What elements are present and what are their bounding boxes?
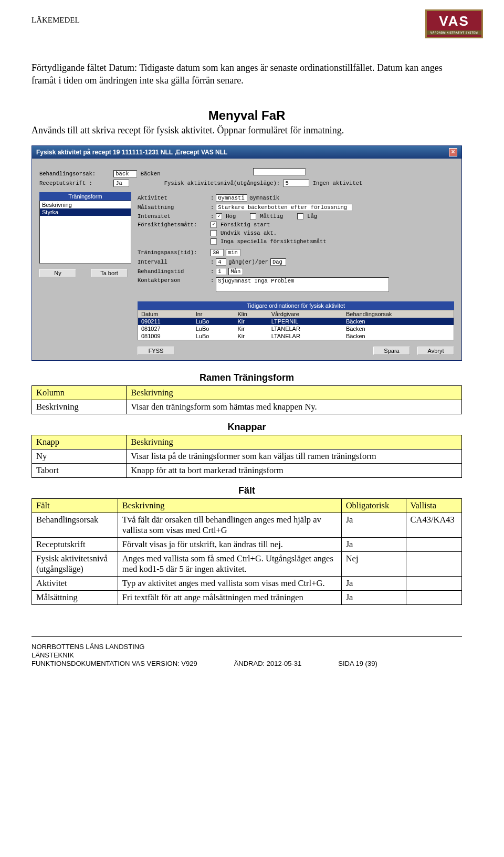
aktivitet-text: Gymnastik xyxy=(249,195,279,201)
ord-col-orsak: Behandlingsorsak xyxy=(343,310,454,318)
ord-col-vardgivare: Vårdgivare xyxy=(268,310,343,318)
ord-col-klin: Klin xyxy=(234,310,268,318)
behandlingsorsak-field[interactable]: bäck xyxy=(113,170,137,177)
intervall-unit-field[interactable]: Dag xyxy=(270,258,286,266)
table-knappar: KnappBeskrivning NyVisar lista på de trä… xyxy=(32,435,462,478)
ordinations-table: Datum Inr Klin Vårdgivare Behandlingsors… xyxy=(138,310,454,340)
ordinations-title: Tidigare ordinationer för fysisk aktivit… xyxy=(138,301,454,310)
behandlingstid-unit-field[interactable]: Mån xyxy=(228,268,243,275)
table3-title: Fält xyxy=(32,485,462,496)
footer-doc-version: FUNKTIONSDOKUMENTATION VAS VERSION: V929 xyxy=(32,660,197,667)
footer-org: NORRBOTTENS LÄNS LANDSTING xyxy=(32,643,377,651)
section-sub: Används till att skriva recept för fysis… xyxy=(32,125,462,136)
traningspass-label: Träningspass(tid): xyxy=(138,249,208,256)
checkbox-fors3[interactable] xyxy=(211,238,217,245)
table1-title: Ramen Träningsform xyxy=(32,372,462,383)
table-falt: Fält Beskrivning Obligatorisk Vallista B… xyxy=(32,498,462,605)
spara-button[interactable]: Spara xyxy=(373,347,410,355)
fors3-label: Inga speciella försiktighetsmått xyxy=(220,238,327,245)
page-footer: NORRBOTTENS LÄNS LANDSTING LÄNSTEKNIK FU… xyxy=(32,636,462,668)
table-row[interactable]: 081009LuBoKirLTANELARBäcken xyxy=(138,332,454,340)
table-row: MålsättningFri textfält för att ange mål… xyxy=(32,590,462,604)
table-row: BeskrivningVisar den träningsform som hä… xyxy=(32,400,462,414)
footer-changed: ÄNDRAD: 2012-05-31 xyxy=(234,660,302,667)
malsattning-label: Målsättning xyxy=(138,204,208,211)
traningsform-list-header: Träningsform xyxy=(39,192,131,201)
traningspass-unit-field[interactable]: min xyxy=(226,249,240,256)
table-row: TabortKnapp för att ta bort markerad trä… xyxy=(32,463,462,477)
intensitet-label: Intensitet xyxy=(138,213,208,220)
behandlingsorsak-text: Bäcken xyxy=(141,171,161,177)
mattlig-label: Måttlig xyxy=(260,213,283,220)
tabort-button[interactable]: Ta bort xyxy=(91,269,128,277)
list-item[interactable]: Beskrivning xyxy=(40,201,131,208)
hog-label: Hög xyxy=(226,213,236,220)
fors1-label: Försiktig start xyxy=(220,222,270,228)
section-title: Menyval FaR xyxy=(32,108,462,123)
intro-paragraph: Förtydligande fältet Datum: Tidigaste da… xyxy=(32,61,462,87)
table-row: AktivitetTyp av aktivitet anges med vall… xyxy=(32,576,462,590)
app-window: Fysisk aktivitet på recept 19 111111-123… xyxy=(32,145,462,361)
kontaktperson-label: Kontaktperson xyxy=(138,277,208,284)
traningsform-list[interactable]: Beskrivning Styrka xyxy=(39,201,131,264)
receptutskrift-label: Receptutskrift : xyxy=(39,180,110,186)
window-title: Fysisk aktivitet på recept 19 111111-123… xyxy=(36,149,227,156)
window-titlebar: Fysisk aktivitet på recept 19 111111-123… xyxy=(32,146,461,159)
page-header-label: LÄKEMEDEL xyxy=(32,16,462,25)
table-row: NyVisar lista på de träningsformer som k… xyxy=(32,449,462,463)
checkbox-lag[interactable] xyxy=(297,213,303,220)
behandlingstid-label: Behandlingstid xyxy=(138,268,208,275)
logo-sub-text: VÅRDADMINISTRATIVT SYSTEM xyxy=(427,30,481,35)
table2-title: Knappar xyxy=(32,422,462,433)
intervall-field[interactable]: 4 xyxy=(216,258,226,266)
receptutskrift-field[interactable]: Ja xyxy=(113,180,129,187)
forsiktighet-label: Försiktighetsmått: xyxy=(138,222,208,228)
fysniva-field[interactable]: 5 xyxy=(283,180,309,187)
aktivitet-field[interactable]: Gymnasti xyxy=(216,194,247,202)
table-row[interactable]: 090211LuBoKirLTPERNILBäcken xyxy=(138,318,454,325)
aktivitet-label: Aktivitet xyxy=(138,195,208,201)
checkbox-hog[interactable]: ✓ xyxy=(216,213,222,220)
close-icon[interactable]: × xyxy=(449,148,457,156)
ord-col-datum: Datum xyxy=(138,310,193,318)
intervall-mid: gång(er)/per xyxy=(228,259,268,265)
table-row[interactable]: 081027LuBoKirLTANELARBäcken xyxy=(138,325,454,332)
behandlingsorsak-label: Behandlingsorsak: xyxy=(39,171,110,177)
footer-page: SIDA 19 (39) xyxy=(338,660,377,667)
intervall-label: Intervall xyxy=(138,259,208,265)
list-item[interactable]: Styrka xyxy=(40,208,131,216)
fysniva-label: Fysisk aktivitetsnivå(utgångsläge): xyxy=(164,180,280,186)
vas-logo: VAS VÅRDADMINISTRATIVT SYSTEM xyxy=(425,9,483,38)
checkbox-fors1[interactable]: ✓ xyxy=(211,222,217,228)
checkbox-mattlig[interactable] xyxy=(250,213,256,220)
footer-dept: LÄNSTEKNIK xyxy=(32,651,377,659)
behandlingstid-field[interactable]: 1 xyxy=(216,268,226,275)
lag-label: Låg xyxy=(307,213,317,220)
table-row: BehandlingsorsakTvå fält där orsaken til… xyxy=(32,513,462,537)
traningspass-field[interactable]: 30 xyxy=(211,249,224,256)
fysniva-text: Ingen aktivitet xyxy=(313,180,363,186)
table-row: ReceptutskriftFörvalt visas ja för utskr… xyxy=(32,537,462,551)
table-row: Fysisk aktivitetsnivå (utgångsläge)Anges… xyxy=(32,551,462,576)
fors2-label: Undvik vissa akt. xyxy=(220,230,277,236)
avbryt-button[interactable]: Avbryt xyxy=(417,347,454,355)
checkbox-fors2[interactable] xyxy=(211,230,217,236)
ny-button[interactable]: Ny xyxy=(39,269,76,277)
empty-field[interactable] xyxy=(253,168,306,175)
fyss-button[interactable]: FYSS xyxy=(138,347,174,355)
table-ramen-traningsform: KolumnBeskrivning BeskrivningVisar den t… xyxy=(32,385,462,414)
ord-col-inr: Inr xyxy=(193,310,235,318)
kontaktperson-field[interactable]: Sjugymnast Inga Problem xyxy=(216,277,389,292)
malsattning-field[interactable]: Starkare bäckenbotten efter förlossning xyxy=(216,204,352,211)
logo-main-text: VAS xyxy=(439,13,469,29)
